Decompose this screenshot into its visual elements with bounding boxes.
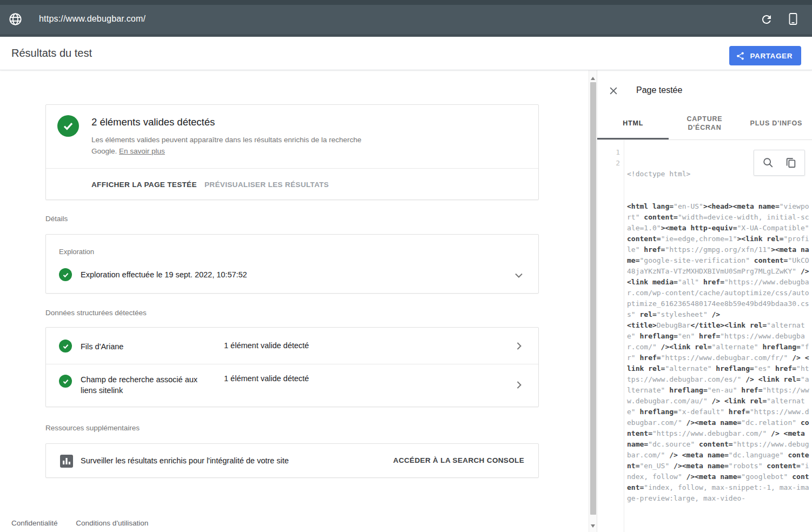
- page-title: Résultats du test: [11, 47, 92, 59]
- code-content: <!doctype html> <html lang="en-US"><head…: [624, 140, 812, 532]
- terms-link[interactable]: Conditions d'utilisation: [76, 519, 148, 527]
- search-console-link[interactable]: ACCÉDER À LA SEARCH CONSOLE: [393, 456, 524, 464]
- row-divider: [46, 364, 538, 364]
- structured-data-card: Fils d'Ariane 1 élément valide détecté C…: [45, 327, 539, 407]
- resources-row-text: Surveiller les résultats enrichis pour l…: [81, 456, 289, 465]
- close-icon[interactable]: [608, 85, 619, 96]
- page-header: Résultats du test PARTAGER: [0, 37, 812, 70]
- success-check-icon: [59, 268, 72, 281]
- chevron-right-icon[interactable]: [512, 340, 525, 353]
- search-icon[interactable]: [762, 157, 774, 169]
- panel-tabs: HTML CAPTURE D'ÉCRAN PLUS D'INFOS: [597, 108, 812, 139]
- globe-icon: [8, 12, 23, 26]
- structured-data-section-label: Données structurées détectées: [45, 309, 147, 317]
- success-check-icon: [57, 115, 79, 137]
- tab-more-info[interactable]: PLUS D'INFOS: [741, 108, 812, 139]
- details-card: Exploration Exploration effectuée le 19 …: [45, 234, 539, 294]
- share-button-label: PARTAGER: [750, 52, 793, 60]
- success-check-icon: [59, 340, 72, 353]
- tested-page-panel: Page testée HTML CAPTURE D'ÉCRAN PLUS D'…: [597, 70, 812, 532]
- resources-section-label: Ressources supplémentaires: [45, 424, 140, 432]
- summary-actions: AFFICHER LA PAGE TESTÉE PRÉVISUALISER LE…: [46, 169, 538, 201]
- summary-description: Les éléments valides peuvent apparaître …: [91, 134, 416, 157]
- tab-screenshot[interactable]: CAPTURE D'ÉCRAN: [669, 108, 740, 139]
- exploration-row-text: Exploration effectuée le 19 sept. 2022, …: [81, 270, 247, 279]
- tab-html[interactable]: HTML: [597, 108, 669, 139]
- chevron-right-icon[interactable]: [512, 378, 525, 391]
- browser-topbar: https://www.debugbar.com/: [0, 0, 812, 37]
- row-name: Fils d'Ariane: [81, 341, 123, 352]
- row-status: 1 élément valide détecté: [224, 341, 309, 350]
- learn-more-link[interactable]: En savoir plus: [119, 147, 165, 155]
- share-icon: [736, 51, 745, 61]
- exploration-group-label: Exploration: [59, 248, 94, 256]
- resources-card: Surveiller les résultats enrichis pour l…: [45, 443, 539, 478]
- code-viewer: 1 2 <!doctype html> <html lang="en-US"><…: [597, 140, 812, 532]
- success-check-icon: [59, 375, 72, 388]
- details-section-label: Détails: [45, 215, 68, 223]
- line-number: 1: [597, 147, 620, 158]
- line-number: 2: [597, 158, 620, 169]
- preview-results-button[interactable]: PRÉVISUALISER LES RÉSULTATS: [204, 169, 329, 201]
- scroll-up-arrow-icon[interactable]: [591, 77, 595, 80]
- code-gutter: 1 2: [597, 140, 624, 532]
- summary-title: 2 éléments valides détectés: [91, 116, 215, 128]
- code-toolbar: [754, 150, 805, 176]
- privacy-link[interactable]: Confidentialité: [11, 519, 58, 527]
- scroll-down-arrow-icon[interactable]: [591, 524, 595, 528]
- copy-icon[interactable]: [785, 157, 797, 169]
- refresh-icon[interactable]: [760, 13, 773, 26]
- url-input[interactable]: https://www.debugbar.com/: [39, 14, 146, 24]
- scrollbar-thumb[interactable]: [590, 82, 596, 515]
- share-button[interactable]: PARTAGER: [729, 46, 801, 65]
- code-line-2: <html lang="en-US"><head><meta name="vie…: [627, 201, 810, 504]
- footer: Confidentialité Conditions d'utilisation: [11, 519, 164, 527]
- summary-card: 2 éléments valides détectés Les éléments…: [45, 104, 539, 200]
- view-tested-page-button[interactable]: AFFICHER LA PAGE TESTÉE: [91, 169, 197, 201]
- row-status: 1 élément valide détecté: [224, 374, 309, 383]
- chevron-down-icon[interactable]: [512, 269, 525, 282]
- smartphone-icon[interactable]: [787, 12, 799, 25]
- main-scrollbar[interactable]: [589, 70, 597, 532]
- bar-chart-icon: [60, 455, 73, 468]
- panel-title: Page testée: [636, 85, 682, 95]
- row-name: Champ de recherche associé aux liens sit…: [81, 374, 210, 396]
- results-main: 2 éléments valides détectés Les éléments…: [0, 70, 589, 532]
